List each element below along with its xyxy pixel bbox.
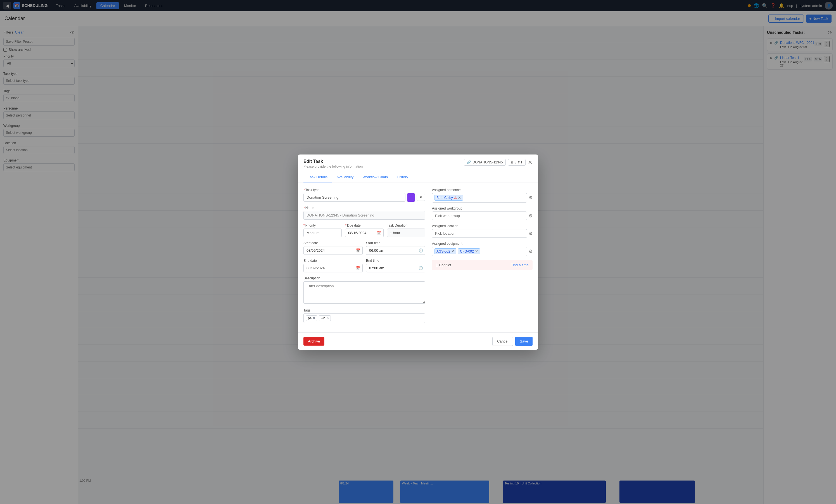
end-row: End date 📅 End time 🕐 <box>303 259 425 276</box>
workgroup-input[interactable] <box>432 212 527 220</box>
end-time-input[interactable] <box>366 264 425 272</box>
equipment-gear-button[interactable]: ⚙ <box>529 249 533 254</box>
tag-remove-button[interactable]: ✕ <box>313 316 315 320</box>
task-type-label: * Task type <box>303 188 425 192</box>
modal-close-button[interactable]: ✕ <box>528 159 533 165</box>
modal-subtitle: Please provide the following information <box>303 164 363 169</box>
task-id-badge: 🔗 DONATIONS-12345 <box>464 159 506 166</box>
assigned-personnel-field: Assigned personnel Beth Colby ⚠ ✕ ⚙ <box>432 188 533 202</box>
due-date-field: * Due date 📅 <box>345 224 383 237</box>
archive-button[interactable]: Archive <box>303 337 324 346</box>
modal-footer: Archive Cancel Save <box>298 332 538 350</box>
tags-input-wrap[interactable]: pe ✕ wb ✕ <box>303 313 425 323</box>
task-type-select[interactable]: Donation Screening <box>303 193 405 202</box>
due-date-input[interactable] <box>345 229 383 237</box>
tab-workflow-chain[interactable]: Workflow Chain <box>358 172 392 182</box>
task-duration-value: 1 hour <box>387 229 425 237</box>
task-duration-label: Task Duration <box>387 224 425 228</box>
cancel-button[interactable]: Cancel <box>492 337 513 346</box>
tag-remove-button[interactable]: ✕ <box>326 316 329 320</box>
start-date-label: Start date <box>303 241 363 245</box>
description-field: Description <box>303 276 425 305</box>
equipment-name: AGS-002 <box>436 250 450 253</box>
start-time-field: Start time 🕐 <box>366 241 425 255</box>
tab-history[interactable]: History <box>392 172 413 182</box>
conflict-bar: 1 Conflict Find a time <box>432 260 533 270</box>
tag-value: pe <box>308 316 311 320</box>
start-date-input[interactable] <box>303 246 363 255</box>
end-date-field: End date 📅 <box>303 259 363 272</box>
link-icon: 🔗 <box>467 160 471 164</box>
personnel-input[interactable]: Beth Colby ⚠ ✕ <box>432 193 527 202</box>
tag-chip: wb ✕ <box>319 315 330 321</box>
priority-select[interactable]: Medium Low High <box>303 229 342 237</box>
equipment-tag: CFG-002 ✕ <box>458 248 480 254</box>
personnel-tag: Beth Colby ⚠ ✕ <box>435 195 463 200</box>
end-time-field: End time 🕐 <box>366 259 425 272</box>
location-input[interactable] <box>432 229 527 238</box>
start-row: Start date 📅 Start time 🕐 <box>303 241 425 259</box>
find-time-link[interactable]: Find a time <box>511 263 529 267</box>
end-date-label: End date <box>303 259 363 263</box>
stepper-icon[interactable]: ⬆⬇ <box>517 160 523 164</box>
end-time-label: End time <box>366 259 425 263</box>
warning-icon: ⚠ <box>454 196 457 199</box>
equipment-remove-button[interactable]: ✕ <box>475 249 478 253</box>
modal-left-column: * Task type Donation Screening ▼ * <box>303 188 425 327</box>
personnel-name: Beth Colby <box>436 196 453 200</box>
priority-due-row: * Priority Medium Low High * Due date <box>303 224 425 241</box>
assigned-equipment-label: Assigned equipment <box>432 242 533 246</box>
task-count: 3 <box>514 160 516 164</box>
workgroup-field-wrap: ⚙ <box>432 212 533 220</box>
equipment-tag: AGS-002 ✕ <box>435 248 456 254</box>
modal-header-right: 🔗 DONATIONS-12345 ⊞ 3 ⬆⬇ ✕ <box>464 159 533 166</box>
name-field: * Name <box>303 206 425 219</box>
due-date-input-wrap: 📅 <box>345 229 383 237</box>
start-date-field: Start date 📅 <box>303 241 363 255</box>
modal-title: Edit Task <box>303 159 363 164</box>
start-time-input[interactable] <box>366 246 425 255</box>
location-gear-button[interactable]: ⚙ <box>529 231 533 236</box>
modal-title-section: Edit Task Please provide the following i… <box>303 159 363 169</box>
tag-value: wb <box>321 316 325 320</box>
tab-task-details[interactable]: Task Details <box>303 172 332 182</box>
task-type-field: * Task type Donation Screening ▼ <box>303 188 425 202</box>
due-date-label: * Due date <box>345 224 383 228</box>
tags-label: Tags <box>303 308 425 312</box>
start-time-label: Start time <box>366 241 425 245</box>
personnel-gear-button[interactable]: ⚙ <box>529 195 533 200</box>
description-textarea[interactable] <box>303 281 425 304</box>
modal-overlay: Edit Task Please provide the following i… <box>0 0 836 504</box>
workgroup-gear-button[interactable]: ⚙ <box>529 213 533 218</box>
assigned-workgroup-label: Assigned workgroup <box>432 207 533 210</box>
task-count-icon: ⊞ <box>511 160 513 164</box>
modal-tabs: Task Details Availability Workflow Chain… <box>298 172 538 182</box>
equipment-input[interactable]: AGS-002 ✕ CFG-002 ✕ <box>432 247 527 256</box>
personnel-field-wrap: Beth Colby ⚠ ✕ ⚙ <box>432 193 533 202</box>
equipment-remove-button[interactable]: ✕ <box>451 249 454 253</box>
conflict-text: 1 Conflict <box>436 263 451 267</box>
personnel-remove-button[interactable]: ✕ <box>458 196 461 200</box>
start-time-input-wrap: 🕐 <box>366 246 425 255</box>
description-label: Description <box>303 276 425 280</box>
priority-label: * Priority <box>303 224 342 228</box>
color-dropdown-button[interactable]: ▼ <box>417 194 425 201</box>
end-date-input[interactable] <box>303 264 363 272</box>
task-id: DONATIONS-12345 <box>473 160 503 164</box>
modal-right-column: Assigned personnel Beth Colby ⚠ ✕ ⚙ <box>432 188 533 327</box>
edit-task-modal: Edit Task Please provide the following i… <box>298 155 538 350</box>
task-duration-field: Task Duration 1 hour <box>387 224 425 237</box>
tags-field: Tags pe ✕ wb ✕ <box>303 308 425 323</box>
priority-field: * Priority Medium Low High <box>303 224 342 237</box>
task-type-color-swatch[interactable] <box>407 193 415 202</box>
name-input[interactable] <box>303 211 425 219</box>
location-field-wrap: ⚙ <box>432 229 533 238</box>
assigned-workgroup-field: Assigned workgroup ⚙ <box>432 207 533 220</box>
end-date-input-wrap: 📅 <box>303 264 363 272</box>
end-time-input-wrap: 🕐 <box>366 264 425 272</box>
footer-right: Cancel Save <box>492 337 533 346</box>
save-button[interactable]: Save <box>515 337 533 346</box>
assigned-equipment-field: Assigned equipment AGS-002 ✕ CFG-002 ✕ <box>432 242 533 256</box>
name-label: * Name <box>303 206 425 210</box>
tab-availability[interactable]: Availability <box>332 172 358 182</box>
